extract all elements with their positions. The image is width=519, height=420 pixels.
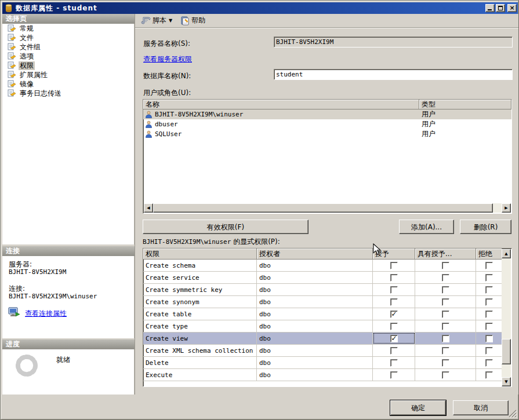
users-roles-label: 用户或角色(U): xyxy=(143,88,191,98)
sidebar: 选择页 常规 文件 文件组 选项 权限 xyxy=(2,14,135,395)
users-column-name[interactable]: 名称 xyxy=(143,100,419,109)
cancel-button[interactable]: 取消 xyxy=(453,400,509,415)
with-grant-checkbox[interactable] xyxy=(442,298,449,306)
window-title: 数据库属性 - student xyxy=(16,3,97,13)
deny-checkbox[interactable] xyxy=(485,359,493,367)
deny-checkbox[interactable] xyxy=(485,335,493,342)
grant-checkbox[interactable] xyxy=(390,347,398,355)
grant-checkbox[interactable] xyxy=(390,298,398,306)
resize-grip[interactable] xyxy=(508,409,517,418)
deny-checkbox[interactable] xyxy=(485,323,493,330)
database-name-field[interactable]: student xyxy=(274,69,513,80)
scroll-up-icon[interactable]: ▲ xyxy=(502,249,511,258)
sidebar-item-log-shipping[interactable]: 事务日志传送 xyxy=(2,89,134,98)
users-table: 名称 类型 BJHIT-8V5H2XI9M\winuser 用户 dbuser … xyxy=(143,99,512,214)
table-row[interactable]: Execute dbo xyxy=(143,369,502,381)
with-grant-checkbox[interactable] xyxy=(442,335,449,342)
table-row[interactable]: Create type dbo xyxy=(143,320,502,333)
remove-button[interactable]: 删除(R) xyxy=(460,220,511,234)
grant-checkbox[interactable] xyxy=(390,323,398,330)
with-grant-checkbox[interactable] xyxy=(442,274,449,282)
user-icon xyxy=(145,130,153,138)
progress-header: 进度 xyxy=(2,339,135,349)
grant-checkbox[interactable] xyxy=(390,311,398,318)
table-row[interactable]: Create symmetric key dbo xyxy=(143,284,502,296)
deny-checkbox[interactable] xyxy=(485,298,493,306)
grant-checkbox[interactable] xyxy=(390,359,398,367)
scroll-right-icon[interactable]: ▶ xyxy=(502,203,511,213)
add-button[interactable]: 添加(A)... xyxy=(399,220,454,234)
titlebar[interactable]: 数据库属性 - student × xyxy=(2,2,518,14)
table-row[interactable]: Create table dbo xyxy=(143,308,502,320)
with-grant-checkbox[interactable] xyxy=(442,347,449,355)
effective-permissions-button[interactable]: 有效权限(F) xyxy=(143,220,309,234)
server-name-field[interactable]: BJHIT-8V5H2XI9M xyxy=(274,36,513,48)
table-row[interactable]: dbuser 用户 xyxy=(143,119,511,129)
perm-column-with-grant[interactable]: 具有授予... xyxy=(415,249,476,260)
permissions-vertical-scrollbar[interactable]: ▲ ▼ xyxy=(502,249,511,386)
mouse-cursor xyxy=(373,243,381,255)
page-icon xyxy=(8,52,16,60)
deny-checkbox[interactable] xyxy=(485,311,493,318)
perm-column-permission[interactable]: 权限 xyxy=(143,249,257,260)
grant-checkbox[interactable] xyxy=(390,274,398,282)
with-grant-checkbox[interactable] xyxy=(442,311,449,318)
table-row[interactable]: Create XML schema collection dbo xyxy=(143,345,502,357)
grant-checkbox[interactable] xyxy=(390,262,398,269)
server-name-label: 服务器名称(S): xyxy=(143,39,190,49)
table-row[interactable]: SQLUser 用户 xyxy=(143,129,511,139)
table-row[interactable]: BJHIT-8V5H2XI9M\winuser 用户 xyxy=(143,109,511,119)
perm-column-grantor[interactable]: 授权者 xyxy=(257,249,373,260)
with-grant-checkbox[interactable] xyxy=(442,262,449,269)
grant-checkbox[interactable] xyxy=(390,371,398,379)
table-row[interactable]: Create service dbo xyxy=(143,272,502,284)
explicit-permissions-label: BJHIT-8V5H2XI9M\winuser 的显式权限(P): xyxy=(143,237,280,247)
user-name: dbuser xyxy=(155,120,178,128)
sidebar-item-permissions[interactable]: 权限 xyxy=(2,61,134,70)
scrollbar-thumb[interactable] xyxy=(502,339,511,364)
deny-checkbox[interactable] xyxy=(485,347,493,355)
sidebar-item-filegroups[interactable]: 文件组 xyxy=(2,42,134,52)
scrollbar-thumb[interactable] xyxy=(153,203,493,213)
sidebar-item-mirroring[interactable]: 镜像 xyxy=(2,79,134,89)
grant-checkbox[interactable] xyxy=(390,335,398,342)
ok-button[interactable]: 确定 xyxy=(390,400,446,415)
with-grant-checkbox[interactable] xyxy=(442,323,449,330)
table-row[interactable]: Delete dbo xyxy=(143,357,502,369)
view-connection-properties-link[interactable]: 查看连接属性 xyxy=(25,309,67,319)
with-grant-checkbox[interactable] xyxy=(442,286,449,294)
table-row[interactable]: Create schema dbo xyxy=(143,260,502,272)
maximize-button[interactable] xyxy=(496,4,505,12)
help-label: 帮助 xyxy=(191,16,205,25)
close-icon: × xyxy=(508,5,516,12)
sidebar-item-general[interactable]: 常规 xyxy=(2,24,134,33)
sidebar-item-files[interactable]: 文件 xyxy=(2,33,134,42)
table-row-selected[interactable]: Create view dbo xyxy=(143,333,502,345)
scroll-down-icon[interactable]: ▼ xyxy=(502,377,511,386)
scroll-left-icon[interactable]: ◀ xyxy=(144,203,153,213)
help-button[interactable]: 帮助 xyxy=(179,14,207,27)
with-grant-checkbox[interactable] xyxy=(442,371,449,379)
connection-panel: 服务器: BJHIT-8V5H2XI9M 连接: BJHIT-8V5H2XI9M… xyxy=(2,256,135,338)
perm-column-deny[interactable]: 拒绝 xyxy=(476,249,502,260)
deny-checkbox[interactable] xyxy=(485,371,493,379)
deny-checkbox[interactable] xyxy=(485,262,493,269)
users-column-type[interactable]: 类型 xyxy=(419,100,511,109)
grant-checkbox[interactable] xyxy=(390,286,398,294)
minimize-icon xyxy=(488,9,492,10)
script-button[interactable]: 脚本 ▼ xyxy=(139,14,174,27)
sidebar-item-options[interactable]: 选项 xyxy=(2,52,134,61)
close-button[interactable]: × xyxy=(507,4,517,12)
deny-checkbox[interactable] xyxy=(485,274,493,282)
server-value: BJHIT-8V5H2XI9M xyxy=(9,268,66,276)
deny-checkbox[interactable] xyxy=(485,286,493,294)
table-row[interactable]: Create synonym dbo xyxy=(143,296,502,308)
progress-status: 就绪 xyxy=(56,355,70,365)
sidebar-item-extended-properties[interactable]: 扩展属性 xyxy=(2,70,134,79)
minimize-button[interactable] xyxy=(485,4,495,12)
view-server-permissions-link[interactable]: 查看服务器权限 xyxy=(143,54,192,64)
users-horizontal-scrollbar[interactable]: ◀ ▶ xyxy=(144,203,511,213)
database-icon xyxy=(4,3,13,13)
progress-panel: 就绪 xyxy=(2,349,135,395)
with-grant-checkbox[interactable] xyxy=(442,359,449,367)
